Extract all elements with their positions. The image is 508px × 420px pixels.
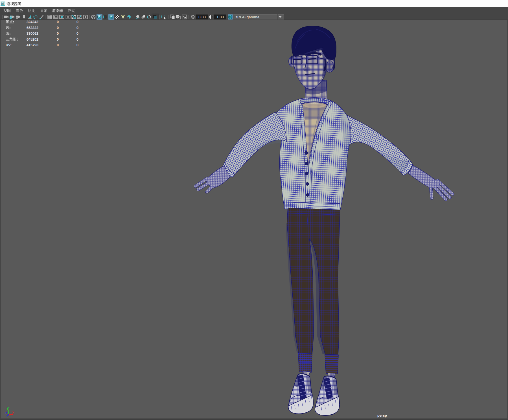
svg-text:0: 0 (76, 38, 78, 41)
svg-text:0: 0 (57, 26, 59, 30)
svg-text:y: y (7, 406, 9, 410)
svg-text:0: 0 (76, 43, 78, 47)
svg-text:UV:: UV: (6, 43, 12, 47)
svg-text:0: 0 (57, 38, 59, 41)
svg-text:330062: 330062 (27, 32, 38, 36)
svg-text:x: x (12, 410, 14, 414)
svg-text:0: 0 (76, 26, 78, 30)
svg-text:0.00: 0.00 (198, 15, 205, 19)
svg-text:0: 0 (76, 32, 78, 36)
svg-text:653322: 653322 (27, 26, 38, 30)
svg-text:z: z (5, 411, 7, 415)
svg-text:324242: 324242 (27, 20, 38, 24)
svg-text:1.00: 1.00 (216, 15, 224, 19)
svg-text:645202: 645202 (27, 38, 38, 41)
svg-text:ON: ON (229, 16, 232, 18)
svg-text:415793: 415793 (27, 43, 38, 47)
svg-text:0: 0 (76, 20, 78, 24)
svg-text:0: 0 (57, 43, 59, 47)
svg-text:sRGB gamma: sRGB gamma (235, 15, 259, 19)
svg-text:0: 0 (57, 32, 59, 36)
svg-text:0: 0 (57, 20, 59, 24)
